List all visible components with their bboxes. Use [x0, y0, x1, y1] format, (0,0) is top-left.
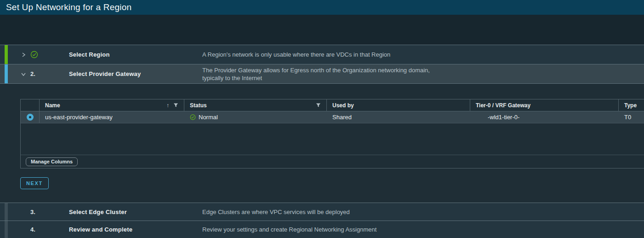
step-status-bar-active — [5, 64, 8, 83]
table-header-selection-column — [21, 99, 40, 111]
column-label: Tier-0 / VRF Gateway — [476, 102, 530, 109]
sort-ascending-icon[interactable]: ↑ — [166, 102, 169, 109]
table-header-name: Name ↑ — [40, 99, 184, 111]
step-status-bar-completed — [5, 45, 8, 64]
table-header-type: Type — [619, 99, 644, 111]
step-completed-check-icon — [30, 51, 69, 58]
chevron-down-icon[interactable] — [20, 71, 30, 77]
wizard-step-select-provider-gateway[interactable]: 2. Select Provider Gateway The Provider … — [0, 64, 644, 83]
table-header-tier0-vrf-gateway: Tier-0 / VRF Gateway — [470, 99, 619, 111]
step-title: Review and Complete — [69, 226, 202, 233]
filter-icon[interactable] — [173, 103, 178, 108]
provider-gateway-panel: Name ↑ Status Used by — [0, 83, 644, 203]
column-label: Used by — [332, 102, 354, 109]
step-number: 2. — [30, 70, 69, 77]
step-title: Select Region — [69, 51, 202, 58]
cell-name: us-east-provider-gateway — [40, 111, 184, 123]
step-title: Select Provider Gateway — [69, 70, 202, 77]
step-description: The Provider Gateway allows for Egress n… — [202, 66, 441, 82]
page-background-gap — [0, 15, 644, 45]
chevron-right-icon[interactable] — [20, 52, 30, 58]
cell-type: T0 — [619, 111, 644, 123]
step-description: A Region's network is only usable where … — [202, 51, 441, 58]
table-header-used-by: Used by — [327, 99, 470, 111]
step-description: Review your settings and create Regional… — [202, 226, 441, 233]
step-status-bar-pending — [5, 203, 8, 221]
step-number: 3. — [30, 209, 69, 215]
cell-tier0-vrf-gateway: -wld1-tier-0- — [470, 111, 619, 123]
table-row[interactable]: us-east-provider-gateway Normal Shared -… — [21, 111, 644, 123]
page-title: Set Up Networking for a Region — [0, 0, 644, 15]
column-label: Name — [45, 102, 60, 109]
provider-gateway-table: Name ↑ Status Used by — [20, 99, 644, 168]
wizard-step-review-and-complete[interactable]: 4. Review and Complete Review your setti… — [0, 221, 644, 238]
table-footer: Manage Columns — [21, 155, 644, 168]
status-label: Normal — [199, 114, 218, 121]
wizard-step-select-edge-cluster[interactable]: 3. Select Edge Cluster Edge Clusters are… — [0, 203, 644, 221]
row-selection-cell — [21, 111, 40, 123]
column-label: Status — [190, 102, 207, 109]
status-normal-check-icon — [190, 114, 196, 120]
next-button[interactable]: NEXT — [20, 177, 49, 189]
wizard-step-select-region[interactable]: Select Region A Region's network is only… — [0, 45, 644, 64]
manage-columns-button[interactable]: Manage Columns — [26, 157, 78, 166]
column-label: Type — [624, 102, 637, 109]
table-header-row: Name ↑ Status Used by — [21, 99, 644, 111]
table-empty-area — [21, 123, 644, 155]
cell-used-by: Shared — [327, 111, 470, 123]
step-status-bar-pending — [5, 221, 8, 238]
cell-status: Normal — [184, 111, 327, 123]
step-description: Edge Clusters are where VPC services wil… — [202, 208, 441, 216]
filter-icon[interactable] — [316, 103, 321, 108]
step-title: Select Edge Cluster — [69, 209, 202, 215]
step-number: 4. — [30, 226, 69, 233]
table-header-status: Status — [184, 99, 327, 111]
radio-selected-icon[interactable] — [27, 114, 34, 121]
